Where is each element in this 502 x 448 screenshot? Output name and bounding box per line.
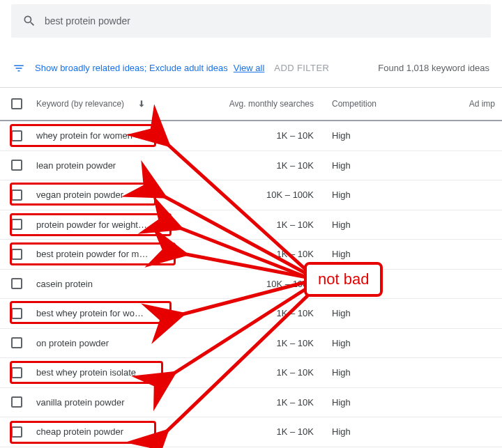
competition-cell: High	[326, 338, 424, 348]
avg-cell: 1K – 10K	[180, 219, 326, 230]
filter-description: Show broadly related ideas; Exclude adul…	[35, 63, 228, 73]
keyword-cell: vanilla protein powder	[33, 397, 180, 408]
table-header: Keyword (by relevance) Avg. monthly sear…	[0, 88, 502, 121]
checkbox-icon[interactable]	[11, 219, 22, 230]
competition-cell: High	[326, 308, 424, 318]
checkbox-icon[interactable]	[11, 367, 22, 378]
table-row[interactable]: best whey protein isolate 1K – 10K High	[0, 358, 502, 388]
avg-cell: 1K – 10K	[180, 397, 326, 408]
search-bar[interactable]: best protein powder	[11, 4, 491, 38]
competition-cell: High	[326, 219, 424, 230]
competition-cell: High	[326, 367, 424, 378]
table-row[interactable]: vegan protein powder 10K – 100K High	[0, 180, 502, 210]
checkbox-icon[interactable]	[11, 130, 22, 141]
avg-cell: 1K – 10K	[180, 249, 326, 259]
checkbox-icon	[11, 98, 22, 109]
keyword-cell: vegan protein powder	[33, 190, 180, 200]
filter-bar: Show broadly related ideas; Exclude adul…	[0, 49, 502, 88]
avg-cell: 1K – 10K	[180, 130, 326, 141]
filter-icon	[13, 62, 25, 75]
competition-cell: High	[326, 426, 424, 437]
results-count: Found 1,018 keyword ideas	[378, 63, 489, 73]
ad-impressions-header[interactable]: Ad imp	[424, 99, 502, 109]
avg-cell: 1K – 10K	[180, 160, 326, 171]
competition-cell: High	[326, 130, 424, 141]
table-row[interactable]: vanilla protein powder 1K – 10K High	[0, 388, 502, 418]
select-all-cell[interactable]	[0, 98, 33, 109]
table-row[interactable]: casein protein 10K – 100K High	[0, 270, 502, 300]
keyword-header-label: Keyword (by relevance)	[36, 99, 124, 109]
table-row[interactable]: protein powder for weight… 1K – 10K High	[0, 210, 502, 240]
competition-cell: High	[326, 397, 424, 408]
checkbox-icon[interactable]	[11, 278, 22, 289]
keyword-cell: lean protein powder	[33, 160, 180, 171]
keyword-cell: cheap protein powder	[33, 426, 180, 437]
avg-cell: 10K – 100K	[180, 279, 326, 289]
table-row[interactable]: best protein powder for m… 1K – 10K High	[0, 240, 502, 270]
keyword-header[interactable]: Keyword (by relevance)	[36, 99, 180, 109]
checkbox-icon[interactable]	[11, 308, 22, 319]
checkbox-icon[interactable]	[11, 160, 22, 171]
competition-cell: High	[326, 279, 424, 289]
keyword-cell: whey protein for women	[33, 130, 180, 141]
table-row[interactable]: lean protein powder 1K – 10K High	[0, 151, 502, 181]
checkbox-icon[interactable]	[11, 190, 22, 201]
competition-header[interactable]: Competition	[326, 99, 424, 109]
search-query: best protein powder	[45, 15, 130, 26]
avg-searches-header[interactable]: Avg. monthly searches	[180, 99, 326, 109]
competition-cell: High	[326, 190, 424, 200]
keyword-cell: on protein powder	[33, 338, 180, 348]
avg-cell: 1K – 10K	[180, 338, 326, 348]
keyword-cell: casein protein	[33, 279, 180, 289]
table-row[interactable]: best whey protein for wo… 1K – 10K High	[0, 299, 502, 329]
table-row[interactable]: on protein powder 1K – 10K High	[0, 329, 502, 359]
competition-cell: High	[326, 160, 424, 171]
avg-cell: 1K – 10K	[180, 308, 326, 318]
checkbox-icon[interactable]	[11, 426, 22, 438]
avg-cell: 10K – 100K	[180, 190, 326, 200]
checkbox-icon[interactable]	[11, 337, 22, 348]
checkbox-icon[interactable]	[11, 249, 22, 260]
view-all-link[interactable]: View all	[234, 63, 265, 73]
avg-cell: 1K – 10K	[180, 367, 326, 378]
competition-cell: High	[326, 249, 424, 259]
avg-cell: 1K – 10K	[180, 426, 326, 437]
sort-down-icon	[137, 99, 146, 109]
table-row[interactable]: cheap protein powder 1K – 10K High	[0, 417, 502, 447]
add-filter-button[interactable]: ADD FILTER	[274, 63, 329, 73]
keyword-cell: best whey protein isolate	[33, 367, 180, 378]
search-icon	[22, 14, 36, 28]
keyword-cell: best whey protein for wo…	[33, 308, 180, 318]
keyword-cell: best protein powder for m…	[33, 249, 180, 259]
table-row[interactable]: whey protein for women 1K – 10K High	[0, 121, 502, 151]
checkbox-icon[interactable]	[11, 396, 22, 408]
keyword-cell: protein powder for weight…	[33, 219, 180, 230]
